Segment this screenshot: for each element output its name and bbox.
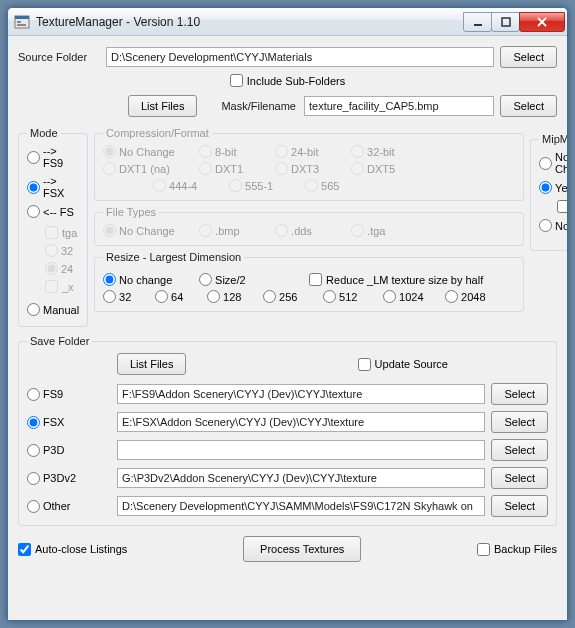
resize-256-radio[interactable]: 256 xyxy=(263,290,323,303)
ft-dds-radio: .dds xyxy=(275,224,351,237)
resize-half-radio[interactable]: Size/2 xyxy=(199,273,289,286)
mip-yes-radio[interactable]: Yes xyxy=(539,181,567,194)
comp-24bit-radio: 24-bit xyxy=(275,145,351,158)
resize-128-radio[interactable]: 128 xyxy=(207,290,263,303)
save-p3d-select-button[interactable]: Select xyxy=(491,439,548,461)
app-icon xyxy=(14,14,30,30)
comp-32bit-radio: 32-bit xyxy=(351,145,427,158)
mode-group: Mode --> FS9 --> FSX <-- FS tga 32 24 _x… xyxy=(18,127,88,327)
comp-565-radio: 565 xyxy=(305,179,381,192)
filetypes-group: File Types No Change .bmp .dds .tga xyxy=(94,206,524,246)
comp-8bit-radio: 8-bit xyxy=(199,145,275,158)
mode-fs9-radio[interactable]: --> FS9 xyxy=(27,145,79,169)
save-p3dv2-radio[interactable]: P3Dv2 xyxy=(27,472,117,485)
save-list-files-button[interactable]: List Files xyxy=(117,353,186,375)
include-subfolders-checkbox[interactable]: Include Sub-Folders xyxy=(230,74,345,87)
resize-group: Resize - Largest Dimension No change Siz… xyxy=(94,251,524,312)
save-fsx-radio[interactable]: FSX xyxy=(27,416,117,429)
resize-64-radio[interactable]: 64 xyxy=(155,290,207,303)
mode-manual-radio[interactable]: Manual xyxy=(27,303,79,316)
resize-1024-radio[interactable]: 1024 xyxy=(383,290,445,303)
resize-reduce-lm-checkbox[interactable]: Reduce _LM texture size by half xyxy=(309,273,483,286)
comp-nochange-radio: No Change xyxy=(103,145,199,158)
save-fs9-select-button[interactable]: Select xyxy=(491,383,548,405)
resize-nochange-radio[interactable]: No change xyxy=(103,273,199,286)
ft-nochange-radio: No Change xyxy=(103,224,199,237)
resize-2048-radio[interactable]: 2048 xyxy=(445,290,501,303)
save-p3d-radio[interactable]: P3D xyxy=(27,444,117,457)
svg-rect-5 xyxy=(502,18,510,26)
titlebar: TextureManager - Version 1.10 xyxy=(8,8,567,36)
mode-x-checkbox: _x xyxy=(45,280,79,293)
comp-dxt5-radio: DXT5 xyxy=(351,162,427,175)
compression-group: Compression/Format No Change 8-bit 24-bi… xyxy=(94,127,524,201)
save-fs9-radio[interactable]: FS9 xyxy=(27,388,117,401)
save-p3dv2-select-button[interactable]: Select xyxy=(491,467,548,489)
mask-label: Mask/Filename xyxy=(221,100,296,112)
mode-32-radio: 32 xyxy=(45,244,79,257)
mip-no-radio[interactable]: No xyxy=(539,219,567,232)
mip-nochange-radio[interactable]: No Change xyxy=(539,151,567,175)
save-other-input[interactable] xyxy=(117,496,485,516)
window-title: TextureManager - Version 1.10 xyxy=(36,15,464,29)
comp-444-radio: 444-4 xyxy=(153,179,229,192)
source-select-button[interactable]: Select xyxy=(500,46,557,68)
ft-bmp-radio: .bmp xyxy=(199,224,275,237)
app-window: TextureManager - Version 1.10 Source Fol… xyxy=(7,7,568,621)
svg-rect-2 xyxy=(17,21,21,23)
source-folder-input[interactable] xyxy=(106,47,494,67)
save-group: Save Folder List Files Update Source FS9… xyxy=(18,335,557,526)
save-p3d-input[interactable] xyxy=(117,440,485,460)
ft-tga-radio: .tga xyxy=(351,224,427,237)
close-button[interactable] xyxy=(519,12,565,32)
mode-from-fs-radio[interactable]: <-- FS xyxy=(27,205,79,218)
mip-dither-checkbox[interactable]: Dither xyxy=(557,200,567,213)
minimize-button[interactable] xyxy=(463,12,492,32)
process-textures-button[interactable]: Process Textures xyxy=(243,536,361,562)
mipmaps-group: MipMaps No Change Yes Dither No xyxy=(530,133,567,251)
mode-tga-checkbox: tga xyxy=(45,226,79,239)
resize-512-radio[interactable]: 512 xyxy=(323,290,383,303)
backup-files-checkbox[interactable]: Backup Files xyxy=(477,543,557,556)
save-other-radio[interactable]: Other xyxy=(27,500,117,513)
comp-dxt1-radio: DXT1 xyxy=(199,162,275,175)
comp-dxt1na-radio: DXT1 (na) xyxy=(103,162,199,175)
mode-24-radio: 24 xyxy=(45,262,79,275)
mask-input[interactable] xyxy=(304,96,494,116)
source-list-files-button[interactable]: List Files xyxy=(128,95,197,117)
svg-rect-1 xyxy=(15,16,29,19)
maximize-button[interactable] xyxy=(491,12,520,32)
save-p3dv2-input[interactable] xyxy=(117,468,485,488)
mask-select-button[interactable]: Select xyxy=(500,95,557,117)
comp-555-radio: 555-1 xyxy=(229,179,305,192)
save-other-select-button[interactable]: Select xyxy=(491,495,548,517)
save-fs9-input[interactable] xyxy=(117,384,485,404)
resize-32-radio[interactable]: 32 xyxy=(103,290,155,303)
comp-dxt3-radio: DXT3 xyxy=(275,162,351,175)
save-fsx-input[interactable] xyxy=(117,412,485,432)
mode-fsx-radio[interactable]: --> FSX xyxy=(27,175,79,199)
autoclose-checkbox[interactable]: Auto-close Listings xyxy=(18,543,127,556)
svg-rect-3 xyxy=(17,24,26,26)
source-folder-label: Source Folder xyxy=(18,51,106,63)
save-fsx-select-button[interactable]: Select xyxy=(491,411,548,433)
update-source-checkbox[interactable]: Update Source xyxy=(358,358,448,371)
